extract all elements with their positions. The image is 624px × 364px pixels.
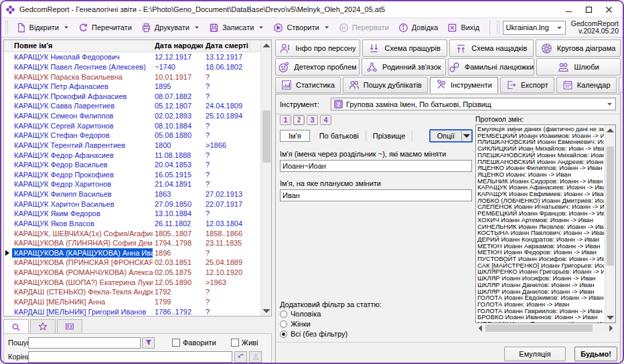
feature-button-problem[interactable]: Детектор проблем <box>275 58 360 76</box>
scroll-up-icon[interactable] <box>605 125 615 135</box>
new-name-input[interactable] <box>280 189 472 201</box>
person-name-cell[interactable]: КАРАЩУКОВА (ПРИНСКАЯ [ФРОНСКАЯ]) Евдокия… <box>12 258 153 268</box>
tab-stats[interactable]: Статистика <box>275 77 341 93</box>
table-row[interactable]: КАРДАШ [МЕЛЬНИК] Анна1799? <box>4 297 260 307</box>
person-name-cell[interactable]: КАРАЩУК Сергей Харитонов <box>12 120 153 130</box>
toolbar-button-printer[interactable]: Друкувати <box>137 21 204 35</box>
person-name-cell[interactable]: КАРАЩУКОВА (ГЛИНЯНАЯ) София Дементиева <box>12 238 153 248</box>
scroll-down-icon[interactable] <box>261 306 272 316</box>
dropdown-arrow-icon[interactable] <box>258 25 264 30</box>
table-row[interactable]: КАРАЩУКОВА (ГЛИНЯНАЯ) София Дементиева17… <box>4 238 260 248</box>
table-row[interactable]: КАРДАШ [МЕЛЬНИК] Григорий Иванов1786..17… <box>4 306 260 316</box>
person-name-cell[interactable]: КАРАЩУК, ШЕВЧИХА(1х) София/Агафия Тимофе… <box>12 228 153 238</box>
scroll-left-icon[interactable] <box>475 324 485 333</box>
left-tab-idcard[interactable] <box>57 319 82 333</box>
protocol-item[interactable]: МЕЛЬНИК Иоанн Прокопович: Иоанн -> Иван <box>477 321 604 323</box>
table-row[interactable]: КАРАЩУК Сергей Харитонов08.10.1884? <box>4 120 260 130</box>
tab-duplicates[interactable]: Пошук дублікатів <box>343 77 428 93</box>
table-row[interactable]: КАРАЩУК Николай Федорович12.12.191713.12… <box>4 52 260 62</box>
ok-button[interactable]: Будьмо! <box>574 347 617 361</box>
dropdown-arrow-icon[interactable] <box>324 25 329 30</box>
subtab[interactable]: По батькові <box>313 130 366 141</box>
options-button[interactable]: Опції <box>429 129 473 143</box>
gender-radio-option[interactable]: Жінки <box>280 319 473 329</box>
table-row[interactable]: КАРАЩУКОВА (КАРАЩУКОВА) Анна Ивановна189… <box>4 248 260 258</box>
tab-tools[interactable]: Інструменти <box>430 77 498 93</box>
alive-checkbox[interactable]: Живі <box>231 339 258 347</box>
table-row[interactable]: КАРАЩУК Федор Харитонов21.04.1891? <box>4 179 260 189</box>
table-row[interactable]: КАРАЩУК Прокофий Афанасиев08.07.1882? <box>4 92 260 102</box>
person-name-cell[interactable]: КАРАЩУК Павел Леонтиев (Алексеев) <box>12 62 153 72</box>
toolbar-button-info[interactable]: Довідка <box>394 21 443 35</box>
dropdown-arrow-icon[interactable] <box>64 25 69 30</box>
column-header-death-date[interactable]: Дата смерті <box>204 40 250 52</box>
names-to-change-input[interactable] <box>280 160 472 172</box>
table-row[interactable]: КАРАЩУКОВА (ШОПА?) Екатерина Лукина12.05… <box>4 277 260 287</box>
tab-calendar[interactable]: Календар <box>556 77 617 93</box>
toolbar-button-exit[interactable]: Вихід <box>443 21 484 35</box>
tab-export[interactable]: Експорт <box>500 77 554 93</box>
feature-button-marriage[interactable]: Шлюби <box>536 58 621 76</box>
people-table-scrollbar[interactable] <box>260 40 271 316</box>
table-row[interactable]: КАРАЩУКОВА (РОМАНЧУКОВА) Александра Петр… <box>4 268 260 278</box>
table-row[interactable]: КАРАЩУК Павел Леонтиев (Алексеев)~174018… <box>4 62 260 72</box>
person-name-cell[interactable]: КАРАЩУК Федор Васильев <box>12 160 153 170</box>
gender-radio-option[interactable]: Всі (без фільтру) <box>280 329 473 339</box>
person-name-cell[interactable]: КАРАЩУК Петр Афанасиев <box>12 82 153 92</box>
protocol-scrollbar[interactable] <box>605 125 615 323</box>
person-name-cell[interactable]: КАРАЩУКОВА (РОМАНЧУКОВА) Александра Петр… <box>12 268 153 278</box>
minimize-icon[interactable] <box>558 3 578 16</box>
set-root-button[interactable] <box>234 351 247 363</box>
toolbar-button-save[interactable]: Записати <box>204 21 268 35</box>
table-row[interactable]: КАРАЩУК Федор Афанасиев11.08.1888? <box>4 150 260 160</box>
dropdown-arrow-icon[interactable] <box>194 25 200 30</box>
person-name-cell[interactable]: КАРАЩУК Федор Прокофиев <box>12 170 153 180</box>
table-row[interactable]: КАРАЩУК Семеон Филиппов02.02.189325.10.1… <box>4 111 260 121</box>
subtab[interactable]: Ім'я <box>280 130 310 142</box>
table-row[interactable]: КАРАЩУК Яким Федоров13.10.1884? <box>4 209 260 219</box>
person-name-cell[interactable]: КАРАЩУК Филипп Васильев <box>12 189 153 199</box>
table-row[interactable]: КАРАЩУК Филипп Васильев186327.02.1913 <box>4 189 260 199</box>
table-row[interactable]: КАРАЩУК, ШЕВЧИХА(1х) София/Агафия Тимофе… <box>4 228 260 238</box>
person-name-cell[interactable]: КАРАЩУК Федор Афанасиев <box>12 150 153 160</box>
table-row[interactable]: КАРДАШ (СТЕНЬКО) Фекла-Текля Андреева179… <box>4 287 260 297</box>
toolbar-button-play[interactable]: Створити <box>268 21 333 35</box>
close-icon[interactable] <box>599 3 619 16</box>
person-name-cell[interactable]: КАРАЩУК Семеон Филиппов <box>12 111 153 121</box>
scrollbar-thumb[interactable] <box>485 325 593 332</box>
toolbar-grip[interactable] <box>5 21 8 34</box>
table-row[interactable]: КАРАЩУК Терентий Лаврентиев1800>1866 <box>4 141 260 151</box>
person-name-cell[interactable]: КАРАЩУКОВА (КАРАЩУКОВА) Анна Ивановна <box>12 248 153 258</box>
root-input[interactable] <box>28 351 232 363</box>
person-name-cell[interactable]: КАРАЩУКОВА (ШОПА?) Екатерина Лукина <box>12 277 153 287</box>
person-name-cell[interactable]: КАРАЩУК Терентий Лаврентиев <box>12 141 153 151</box>
table-row[interactable]: КАРАЩУК Петр Афанасиев1895? <box>4 82 260 92</box>
emulate-button[interactable]: Емуляція <box>504 347 566 361</box>
chevron-down-icon[interactable] <box>461 130 471 141</box>
gender-radio-option[interactable]: Чоловіка <box>280 309 473 318</box>
person-name-cell[interactable]: КАРАЩУК Савва Лаврентиев <box>12 101 153 111</box>
protocol-hscrollbar[interactable] <box>475 324 616 333</box>
tool-number-button-1[interactable]: 1 <box>280 115 291 125</box>
feature-button-chain[interactable]: Фамильні ланцюжки <box>448 58 534 76</box>
person-name-cell[interactable]: КАРАЩУК Яков Власов <box>12 219 153 229</box>
scroll-down-icon[interactable] <box>605 312 615 323</box>
person-name-cell[interactable]: КАРАЩУК Николай Федорович <box>12 52 153 62</box>
favorites-checkbox[interactable]: Фаворити <box>172 339 216 347</box>
person-name-cell[interactable]: КАРАЩУК Стефан Федоров <box>12 130 153 141</box>
root-person-button[interactable] <box>249 351 262 363</box>
left-tab-star[interactable] <box>30 319 56 333</box>
toolbar-button-refresh[interactable]: Перечитати <box>74 21 137 35</box>
column-header-full-name[interactable]: Повне ім'я <box>12 40 153 52</box>
table-row[interactable]: КАРАЩУК Харитон Васильев27.09.185022.07.… <box>4 199 260 209</box>
scrollbar-thumb[interactable] <box>607 147 614 266</box>
maximize-icon[interactable] <box>578 3 599 16</box>
language-select[interactable]: Ukrainian.lng <box>503 21 566 35</box>
person-name-cell[interactable]: КАРДАШ (СТЕНЬКО) Фекла-Текля Андреева <box>12 287 153 297</box>
feature-button-ancestors[interactable]: Схема пращурів <box>362 39 447 57</box>
instrument-select[interactable]: 2 Групова заміна Імен, По батькові, Пріз… <box>331 98 616 110</box>
toolbar-grip-right[interactable] <box>497 21 499 34</box>
scroll-up-icon[interactable] <box>261 40 272 50</box>
toolbar-button-doc[interactable]: Відкрити <box>11 21 74 35</box>
table-row[interactable]: КАРАЩУК Федор Прокофиев16.05.1915? <box>4 170 260 180</box>
